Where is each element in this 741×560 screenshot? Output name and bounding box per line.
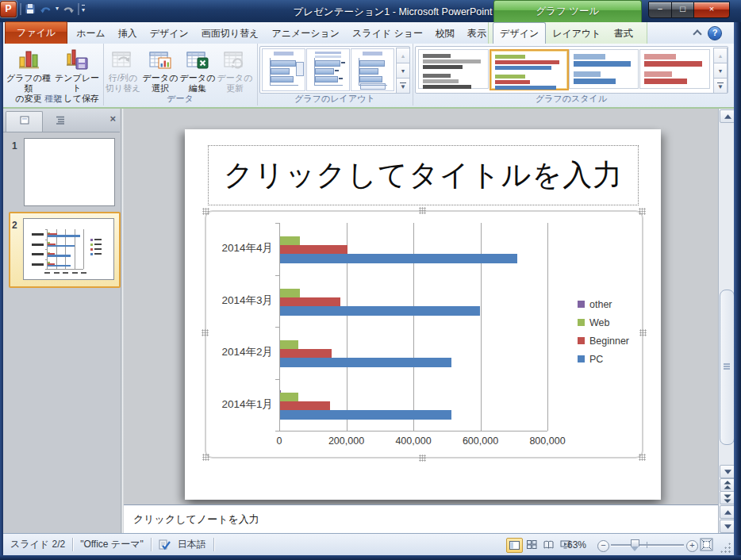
tab-outline-view[interactable]	[42, 111, 78, 131]
legend-swatch-PC	[90, 253, 93, 255]
tab-3[interactable]: デザイン	[144, 23, 195, 44]
normal-view-button[interactable]	[506, 538, 523, 553]
chart-handle[interactable]	[419, 455, 426, 462]
minimize-button[interactable]: −	[648, 2, 672, 18]
tab-11-contextual[interactable]: 書式	[608, 23, 639, 44]
notes-pane[interactable]: クリックしてノートを入力	[124, 504, 718, 534]
zoom-in-button[interactable]: +	[686, 540, 698, 552]
chart-handle[interactable]	[639, 208, 646, 215]
tab-1[interactable]: ホーム	[70, 23, 112, 44]
tab-7[interactable]: 校閲	[429, 23, 461, 44]
chart-bar-Beginner[interactable]	[280, 401, 330, 410]
tab-4[interactable]: 画面切り替え	[195, 23, 266, 44]
help-button[interactable]: ?	[708, 26, 722, 40]
tab-0[interactable]: ファイル	[5, 21, 67, 44]
chart-bar-PC[interactable]	[48, 255, 71, 256]
maximize-button[interactable]: □	[672, 2, 693, 18]
chart[interactable]: 0200,000400,000600,000800,0002014年4月2014…	[206, 212, 639, 454]
undo-dropdown-icon[interactable]: ▾	[56, 6, 59, 12]
chart-category-tick	[45, 229, 47, 230]
chart-bar-PC[interactable]	[280, 410, 451, 420]
close-panel-icon[interactable]: ×	[109, 113, 116, 125]
chart-frame[interactable]: 0200,000400,000600,000800,0002014年4月2014…	[205, 210, 643, 458]
zoom-level[interactable]: 63%	[567, 539, 586, 550]
chart-layouts-scroll-more[interactable]: ▼	[396, 78, 410, 94]
chart-bar-PC[interactable]	[280, 306, 480, 316]
chart-bar-Web[interactable]	[280, 289, 300, 297]
chart-style-option-4[interactable]	[639, 49, 710, 89]
tab-2[interactable]: 挿入	[112, 23, 144, 44]
slide-canvas[interactable]: クリックしてタイトルを入力 0200,000400,000600,000800,…	[185, 129, 661, 500]
powerpoint-logo-icon[interactable]: P	[0, 1, 17, 17]
collapse-ribbon-button[interactable]	[690, 27, 705, 39]
notes-scroll-down-button[interactable]	[720, 520, 735, 533]
reading-view-button[interactable]	[541, 538, 556, 551]
chart-bar-PC[interactable]	[280, 254, 517, 263]
chart-handle[interactable]	[202, 329, 209, 336]
chart-handle[interactable]	[202, 208, 209, 215]
legend-swatch-Web	[578, 319, 585, 326]
scroll-down-button[interactable]	[720, 465, 735, 478]
theme-name[interactable]: "Office テーマ"	[80, 538, 144, 551]
chart-bar-PC[interactable]	[48, 265, 71, 267]
notes-scrollbar[interactable]	[718, 504, 735, 533]
slide-thumbnail-1[interactable]	[24, 138, 115, 206]
select-data-button[interactable]: データの選択	[142, 45, 179, 94]
chart-layouts-scroll-up[interactable]: ▲	[396, 48, 410, 63]
chart-tick-label: 400,000	[386, 435, 440, 447]
chart-bar-Beginner[interactable]	[280, 349, 332, 358]
spell-check-icon[interactable]	[159, 539, 171, 550]
tab-slides-view[interactable]	[6, 111, 43, 132]
change-chart-type-button[interactable]: グラフの種類の変更	[5, 45, 52, 94]
chart-styles-scroll-up[interactable]: ▲	[713, 48, 728, 63]
chart-bar-Web[interactable]	[280, 340, 298, 349]
chart-styles-scroll-down[interactable]: ▼	[713, 63, 728, 79]
next-slide-button[interactable]	[720, 491, 735, 504]
fit-to-window-button[interactable]	[700, 538, 713, 551]
chart-layout-option-3[interactable]	[351, 48, 394, 91]
language-indicator[interactable]: 日本語	[178, 538, 206, 551]
scrollbar-thumb[interactable]	[720, 290, 735, 445]
chart-bar-PC[interactable]	[48, 245, 75, 247]
chart-handle[interactable]	[639, 454, 646, 461]
chart-layout-option-1[interactable]	[262, 48, 305, 91]
title-placeholder[interactable]: クリックしてタイトルを入力	[208, 145, 639, 205]
tab-8[interactable]: 表示	[461, 23, 493, 44]
chart-style-option-1[interactable]	[418, 49, 489, 89]
chart-bar-PC[interactable]	[280, 358, 451, 367]
zoom-out-button[interactable]: −	[597, 540, 609, 552]
close-button[interactable]: ×	[693, 2, 730, 18]
ribbon-group-chart-styles: ▲▼▼ グラフのスタイル	[413, 44, 730, 105]
chart-layouts-scroll-down[interactable]: ▼	[396, 63, 410, 79]
notes-scroll-up-button[interactable]	[720, 505, 735, 519]
chart-handle[interactable]	[419, 207, 426, 214]
chart-handle[interactable]	[202, 454, 209, 461]
tab-10-contextual[interactable]: レイアウト	[546, 23, 607, 44]
chart-style-option-2[interactable]	[490, 49, 569, 90]
previous-slide-button[interactable]	[720, 478, 735, 492]
resize-grip[interactable]	[720, 542, 731, 553]
tab-6[interactable]: スライド ショー	[346, 23, 429, 44]
save-icon[interactable]	[24, 2, 36, 15]
customize-qat-icon[interactable]: ▾	[82, 5, 85, 13]
vertical-scrollbar[interactable]	[718, 109, 735, 504]
chart-style-option-3[interactable]	[569, 49, 639, 89]
zoom-slider-track[interactable]	[611, 544, 684, 546]
chart-layout-option-2[interactable]	[306, 48, 350, 91]
chart-bar-Beginner[interactable]	[280, 297, 340, 306]
scroll-up-button[interactable]	[720, 109, 735, 123]
tab-9-contextual[interactable]: デザイン	[493, 22, 546, 44]
save-as-template-button[interactable]: テンプレートとして保存	[53, 45, 101, 94]
tab-5[interactable]: アニメーション	[265, 23, 346, 44]
chart-styles-scroll-more[interactable]: ▼	[713, 78, 728, 94]
chart-handle[interactable]	[639, 329, 647, 336]
edit-data-button[interactable]: データの編集	[179, 45, 216, 94]
zoom-slider-handle[interactable]	[631, 539, 639, 547]
chart-bar-Beginner[interactable]	[280, 245, 347, 254]
slide-sorter-view-button[interactable]	[524, 538, 539, 551]
chart-bar-PC[interactable]	[48, 235, 80, 236]
slide-thumbnail-2[interactable]	[23, 218, 114, 280]
chart-bar-Web[interactable]	[280, 393, 298, 401]
chart-bar-Web[interactable]	[280, 236, 300, 245]
undo-icon[interactable]	[40, 2, 52, 15]
